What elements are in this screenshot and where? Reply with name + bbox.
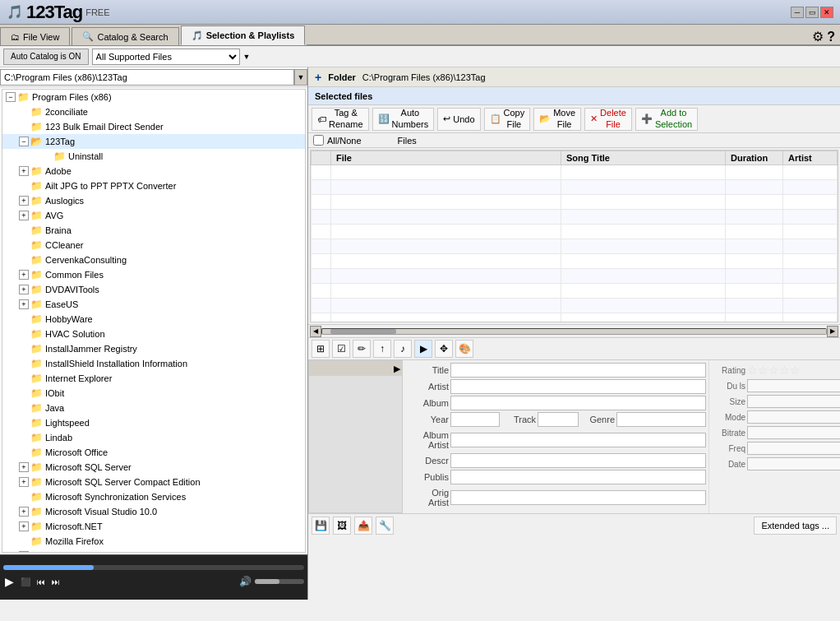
size-input[interactable]: [747, 395, 840, 408]
volume-slider[interactable]: [255, 579, 304, 584]
tag-tool-grid-button[interactable]: ⊞: [312, 340, 330, 358]
player-progress-bar[interactable]: [3, 565, 304, 570]
list-item[interactable]: + 📁 EaseUS: [2, 297, 305, 312]
tag-tool-palette-button[interactable]: 🎨: [455, 340, 473, 358]
genre-field-input[interactable]: [616, 412, 706, 427]
list-item[interactable]: + 📁 Microsoft.NET: [2, 519, 305, 534]
list-item[interactable]: 📁 2conciliate: [2, 104, 305, 119]
table-row[interactable]: [312, 195, 838, 210]
tag-tool-checkbox-button[interactable]: ☑: [332, 340, 350, 358]
list-item[interactable]: 📁 Ailt JPG to PPT PPTX Converter: [2, 178, 305, 193]
copy-file-button[interactable]: 📋 CopyFile: [484, 108, 531, 131]
export-button[interactable]: 📤: [354, 517, 372, 535]
album-artist-field-input[interactable]: [450, 433, 706, 447]
tree-expander[interactable]: +: [19, 551, 29, 553]
table-row[interactable]: [312, 284, 838, 299]
orig-artist-field-input[interactable]: [450, 490, 706, 505]
tag-tool-music-button[interactable]: ♪: [394, 340, 412, 358]
image-expand-icon[interactable]: ▶: [394, 364, 400, 374]
table-row[interactable]: [312, 180, 838, 195]
path-input[interactable]: [0, 69, 294, 86]
table-row[interactable]: [312, 210, 838, 225]
table-row[interactable]: [312, 165, 838, 180]
mode-input[interactable]: [747, 410, 840, 424]
publis-field-input[interactable]: [450, 470, 706, 484]
player-next-button[interactable]: ⏭: [50, 576, 62, 588]
folder-tree[interactable]: − 📁 Program Files (x86) 📁 2conciliate 📁 …: [2, 89, 306, 553]
tree-expander-root[interactable]: −: [6, 92, 16, 102]
rating-stars[interactable]: ☆☆☆☆☆: [747, 364, 801, 377]
undo-button[interactable]: ↩ Undo: [437, 108, 480, 131]
title-field-input[interactable]: [450, 363, 706, 378]
list-item[interactable]: + 📁 MSBuild: [2, 549, 305, 553]
tree-expander[interactable]: +: [19, 211, 29, 220]
list-item[interactable]: + 📁 Microsoft SQL Server Compact Edition: [2, 475, 305, 489]
tree-expander[interactable]: +: [19, 477, 29, 487]
horizontal-scrollbar[interactable]: ◀ ▶: [308, 324, 840, 337]
file-filter-select[interactable]: All Supported Files: [92, 49, 240, 65]
list-item[interactable]: 📁 CervenkaConsulting: [2, 253, 305, 267]
tools-button[interactable]: 🔧: [376, 517, 394, 535]
folder-expand-button[interactable]: +: [315, 71, 321, 84]
scroll-right-button[interactable]: ▶: [827, 326, 838, 337]
tag-tool-up-button[interactable]: ↑: [373, 340, 391, 358]
tag-tool-move-button[interactable]: ✥: [435, 340, 453, 358]
all-none-checkbox[interactable]: [313, 135, 324, 146]
file-table-container[interactable]: File Song Title Duration Artist: [310, 150, 838, 322]
tag-tool-cursor-button[interactable]: ▶: [414, 340, 432, 358]
close-button[interactable]: ✕: [820, 7, 833, 18]
duls-input[interactable]: [747, 379, 840, 392]
player-prev-button[interactable]: ⏮: [35, 576, 47, 588]
tree-item-root[interactable]: − 📁 Program Files (x86): [2, 90, 305, 104]
settings-icon[interactable]: ⚙: [812, 29, 824, 44]
list-item[interactable]: 📁 IObit: [2, 386, 305, 401]
table-row[interactable]: [312, 225, 838, 239]
tree-expander[interactable]: +: [19, 166, 29, 176]
list-item[interactable]: 📁 Microsoft Synchronization Services: [2, 489, 305, 504]
delete-file-button[interactable]: ✕ DeleteFile: [584, 108, 632, 131]
table-row[interactable]: [312, 299, 838, 313]
table-row[interactable]: [312, 254, 838, 269]
list-item[interactable]: + 📁 Microsoft Visual Studio 10.0: [2, 504, 305, 519]
table-row[interactable]: [312, 313, 838, 323]
list-item[interactable]: 📁 Lightspeed: [2, 415, 305, 430]
descr-field-input[interactable]: [450, 453, 706, 468]
tree-expander[interactable]: +: [19, 521, 29, 531]
auto-numbers-button[interactable]: 🔢 AutoNumbers: [372, 108, 435, 131]
player-stop-button[interactable]: ⬛: [19, 576, 32, 588]
auto-catalog-button[interactable]: Auto Catalog is ON: [3, 49, 89, 65]
tab-file-view[interactable]: 🗂 File View: [0, 27, 70, 45]
list-item[interactable]: + 📁 Common Files: [2, 267, 305, 282]
list-item[interactable]: 📁 Java: [2, 401, 305, 415]
list-item[interactable]: + 📁 Auslogics: [2, 193, 305, 208]
scroll-left-button[interactable]: ◀: [310, 326, 321, 337]
list-item[interactable]: 📁 CCleaner: [2, 238, 305, 253]
list-item[interactable]: 📁 Lindab: [2, 430, 305, 445]
tag-tool-pencil-button[interactable]: ✏: [353, 340, 371, 358]
restore-button[interactable]: ▭: [805, 7, 819, 18]
help-icon[interactable]: ?: [827, 30, 835, 44]
tab-selection-playlists[interactable]: 🎵 Selection & Playlists: [181, 25, 306, 45]
list-item[interactable]: 📁 Mozilla Firefox: [2, 534, 305, 549]
list-item[interactable]: + 📁 DVDAVITools: [2, 282, 305, 297]
list-item[interactable]: 📁 Microsoft Office: [2, 445, 305, 460]
path-dropdown-button[interactable]: ▼: [294, 69, 307, 86]
tree-expander[interactable]: +: [19, 299, 29, 309]
bitrate-input[interactable]: [747, 426, 840, 439]
list-item[interactable]: 📁 Uninstall: [2, 149, 305, 164]
tree-expander[interactable]: +: [19, 270, 29, 280]
list-item[interactable]: 📁 Braina: [2, 223, 305, 238]
tree-expander[interactable]: +: [19, 462, 29, 472]
player-play-button[interactable]: ▶: [3, 573, 16, 590]
table-row[interactable]: [312, 269, 838, 284]
move-file-button[interactable]: 📂 MoveFile: [533, 108, 581, 131]
tree-expander[interactable]: +: [19, 507, 29, 517]
list-item[interactable]: 📁 InstallJammer Registry: [2, 341, 305, 356]
tree-expander[interactable]: +: [19, 285, 29, 294]
list-item[interactable]: + 📁 Adobe: [2, 164, 305, 178]
minimize-button[interactable]: ─: [791, 7, 804, 18]
album-art-button[interactable]: 🖼: [333, 517, 351, 535]
list-item[interactable]: 📁 123 Bulk Email Direct Sender: [2, 119, 305, 134]
extended-tags-button[interactable]: Extended tags ...: [754, 517, 837, 535]
table-row[interactable]: [312, 239, 838, 254]
